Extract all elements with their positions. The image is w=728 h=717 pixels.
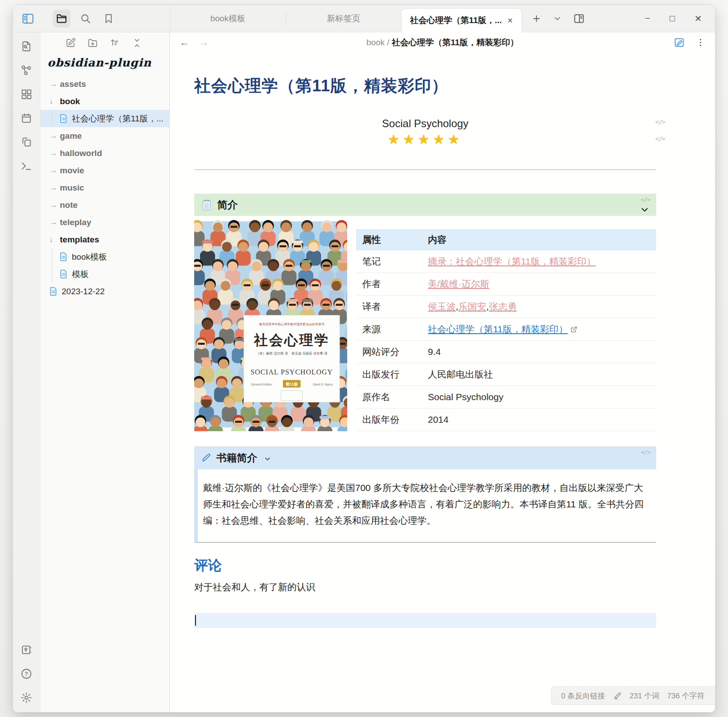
arrow-right-icon: → — [49, 183, 60, 192]
book-cover-image: 教育部高等学校心理学教学指导委员会推荐用书 社会心理学 ［美］戴维·迈尔斯 著 … — [194, 218, 347, 431]
tab-strip: book模板 新标签页 社会心理学（第11版，... ✕ − □ ✕ — [170, 5, 715, 32]
calendar-icon[interactable] — [19, 110, 34, 125]
arrow-right-icon: → — [49, 79, 60, 89]
svg-text:David G. Myers: David G. Myers — [313, 383, 333, 386]
summary-callout-header[interactable]: 书籍简介 </> — [194, 446, 656, 469]
table-header: 内容 — [422, 229, 656, 250]
tree-item-label: note — [60, 200, 78, 210]
breadcrumb-folder[interactable]: book — [366, 38, 384, 47]
code-block-edit-icon[interactable]: </> — [641, 196, 650, 203]
summary-callout-body: 戴维·迈尔斯的《社会心理学》是美国700 多所大专院校社会心理学教学所采用的教材… — [194, 469, 656, 543]
unresolved-link[interactable]: 侯玉波 — [428, 301, 456, 312]
property-label: 笔记 — [356, 250, 422, 273]
sidebar-folder-book[interactable]: ↓book — [40, 93, 169, 110]
sidebar-folder-halloworld[interactable]: →halloworld — [40, 144, 169, 162]
split-stacked-tabs-icon[interactable] — [573, 13, 585, 24]
word-count: 231 个词 — [630, 691, 659, 701]
sidebar-folder-note[interactable]: →note — [40, 196, 169, 214]
tree-item-label: assets — [60, 79, 86, 89]
unresolved-link[interactable]: 美/戴维·迈尔斯 — [428, 279, 489, 289]
intro-callout-header[interactable]: 简介 </> — [194, 194, 656, 216]
tree-item-label: book模板 — [72, 251, 107, 263]
sidebar-folder-music[interactable]: →music — [40, 179, 169, 196]
sort-order-icon[interactable] — [110, 38, 120, 48]
editor-pane: ← → book / 社会心理学（第11版，精装彩印） 社会心理学（第11版，精… — [170, 32, 715, 712]
note-title: 社会心理学（第11版，精装彩印） — [194, 75, 656, 97]
vault-switcher-icon[interactable] — [19, 642, 34, 657]
arrow-right-icon: → — [49, 218, 60, 227]
tree-item-label: game — [60, 131, 82, 141]
toggle-left-sidebar-icon[interactable] — [19, 10, 37, 27]
file-explorer-tab-icon[interactable] — [53, 10, 70, 27]
collapse-all-icon[interactable] — [132, 38, 142, 48]
templates-copy-icon[interactable] — [19, 134, 34, 149]
tree-item-label: 2023-12-22 — [62, 287, 105, 296]
pencil-icon — [201, 453, 211, 463]
quick-switcher-icon[interactable] — [19, 39, 34, 54]
unresolved-link[interactable]: 张志勇 — [489, 301, 517, 312]
active-edit-line[interactable] — [194, 613, 656, 628]
sidebar-file-book模板[interactable]: book模板 — [40, 248, 169, 265]
collapse-chevron-icon[interactable] — [640, 205, 649, 214]
code-block-edit-icon[interactable]: </> — [655, 135, 665, 142]
vault-name[interactable]: obsidian-plugin — [40, 54, 169, 74]
arrow-right-icon: → — [49, 166, 60, 175]
file-explorer-header — [40, 32, 169, 54]
new-note-icon[interactable] — [65, 38, 76, 48]
backlinks-count[interactable]: 0 条反向链接 — [561, 691, 605, 701]
sidebar-folder-game[interactable]: →game — [40, 127, 169, 144]
sidebar-folder-templates[interactable]: ↓templates — [40, 231, 169, 248]
nav-back-icon[interactable]: ← — [180, 37, 189, 48]
sidebar-folder-assets[interactable]: →assets — [40, 75, 169, 93]
bookmarks-icon[interactable] — [100, 10, 117, 27]
sidebar-file-社会心理学（第11版，...[interactable]: 社会心理学（第11版，... — [40, 110, 169, 127]
tree-indent-guide — [52, 265, 52, 283]
help-icon[interactable]: ? — [19, 666, 34, 681]
svg-text:社会心理学: 社会心理学 — [253, 332, 329, 348]
edit-mode-icon[interactable] — [673, 37, 685, 48]
obsidian-window: book模板 新标签页 社会心理学（第11版，... ✕ − □ ✕ — [12, 4, 716, 713]
graph-view-icon[interactable] — [19, 62, 34, 78]
sidebar-file-模板[interactable]: 模板 — [40, 265, 169, 283]
sidebar-file-2023-12-22[interactable]: 2023-12-22 — [40, 283, 169, 300]
property-value: 2014 — [422, 409, 656, 431]
close-button[interactable]: ✕ — [694, 13, 702, 24]
desktop-background: book模板 新标签页 社会心理学（第11版，... ✕ − □ ✕ — [0, 0, 728, 717]
tab-book-template[interactable]: book模板 — [170, 5, 286, 32]
sidebar-folder-teleplay[interactable]: →teleplay — [40, 214, 169, 231]
new-folder-icon[interactable] — [87, 38, 98, 48]
text-cursor — [195, 615, 196, 626]
table-row: 原作名Social Psychology — [356, 386, 656, 409]
external-link[interactable]: 社会心理学（第11版，精装彩印） — [428, 324, 568, 334]
note-subtitle: Social Psychology — [194, 117, 656, 130]
collapse-chevron-icon[interactable] — [264, 456, 271, 462]
tab-active-label: 社会心理学（第11版，... — [410, 15, 502, 26]
table-row: 出版发行人民邮电出版社 — [356, 363, 656, 386]
tree-item-label: templates — [60, 235, 99, 245]
search-icon[interactable] — [77, 10, 94, 27]
tab-close-icon[interactable]: ✕ — [507, 16, 513, 25]
more-options-icon[interactable] — [696, 38, 705, 47]
canvas-icon[interactable] — [19, 86, 34, 101]
tab-list-dropdown-icon[interactable] — [553, 14, 562, 23]
unresolved-link[interactable]: 摘录：社会心理学（第11版，精装彩印） — [428, 256, 596, 266]
tree-item-label: halloworld — [60, 148, 102, 158]
tab-new[interactable]: 新标签页 — [286, 5, 401, 32]
code-block-edit-icon[interactable]: </> — [641, 449, 650, 456]
breadcrumb-separator: / — [385, 38, 392, 47]
table-row: 来源社会心理学（第11版，精装彩印） — [356, 318, 656, 341]
maximize-button[interactable]: □ — [669, 13, 675, 23]
property-value: 美/戴维·迈尔斯 — [422, 273, 656, 296]
terminal-icon[interactable] — [19, 158, 34, 173]
property-value: 人民邮电出版社 — [422, 363, 656, 386]
tab-active-note[interactable]: 社会心理学（第11版，... ✕ — [401, 8, 522, 32]
arrow-right-icon: → — [49, 200, 60, 210]
minimize-button[interactable]: − — [645, 13, 650, 23]
code-block-edit-icon[interactable]: </> — [655, 118, 665, 125]
edit-status-icon — [613, 692, 622, 700]
new-tab-icon[interactable] — [532, 14, 541, 23]
unresolved-link[interactable]: 乐国安 — [458, 301, 486, 312]
nav-forward-icon[interactable]: → — [199, 37, 209, 48]
sidebar-folder-movie[interactable]: →movie — [40, 162, 169, 179]
settings-gear-icon[interactable] — [19, 690, 34, 705]
